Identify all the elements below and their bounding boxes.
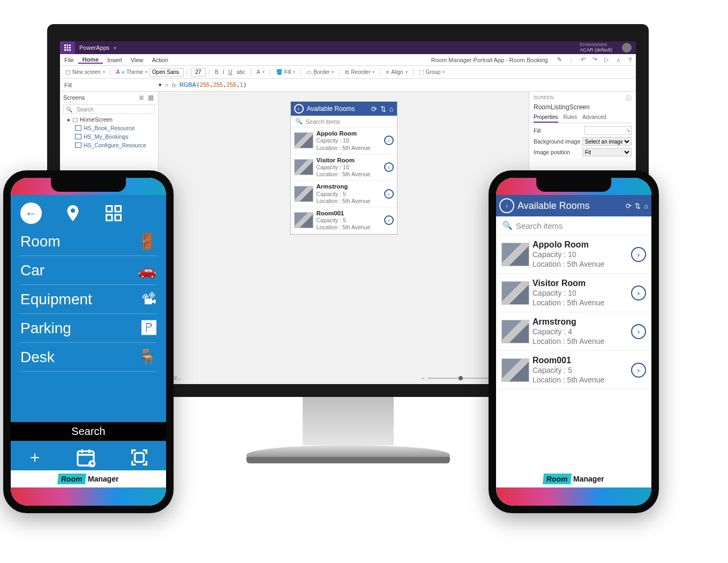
search-row[interactable]: 🔍Search items [496,216,651,235]
tree-root[interactable]: ▸ ▢ HomeScreen [60,115,158,124]
category-row[interactable]: Desk🪑 [20,343,156,372]
menu-file[interactable]: File [60,57,78,63]
theme-button[interactable]: Aa Theme▾ [114,69,149,75]
tree-item[interactable]: HS_Book_Resource [60,124,158,132]
fill-button[interactable]: 🪣 Fill▾ [274,69,298,75]
tree-item[interactable]: HS_Configure_Resource [60,141,158,149]
redo-icon[interactable]: ↷ [589,56,601,63]
formula-bar[interactable]: Fill ▾ = fx RGBA(255,255,255,1) [60,79,636,92]
environment-picker[interactable]: Environment ACAR (default) [574,41,618,54]
font-picker[interactable] [149,68,184,77]
bg-image-select[interactable]: Select an image... [582,137,632,146]
home-icon[interactable]: ⌂ [644,202,648,210]
img-pos-select[interactable]: Fit [582,148,632,156]
user-avatar[interactable] [622,43,632,52]
refresh-icon[interactable]: ⟳ [626,202,632,210]
info-icon[interactable]: ⓘ [626,95,632,102]
search-row[interactable]: 🔍Search items [291,116,397,127]
room-thumb [294,212,313,228]
back-button[interactable]: ← [20,202,42,224]
chevron-right-icon[interactable]: › [384,215,394,225]
add-icon[interactable]: ＋ [27,446,43,468]
chevron-right-icon[interactable]: › [384,162,394,172]
fill-picker[interactable] [584,126,632,135]
refresh-icon[interactable]: ⟳ [371,105,377,113]
group-button[interactable]: ⬚ Group▾ [417,69,447,75]
share-icon[interactable]: 𐊍 [612,57,624,63]
formula-text[interactable]: RGBA(255,255,255,1) [179,81,247,88]
room-list-item[interactable]: Room001Capacity : 5Location : 5th Avenue… [291,207,397,234]
align-button[interactable]: ≡ Align▾ [384,69,409,75]
chevron-right-icon[interactable]: › [631,363,646,378]
strike-button[interactable]: abc [235,69,247,75]
checker-icon[interactable]: ✎ [553,56,565,63]
bold-button[interactable]: B [213,69,221,75]
category-row[interactable]: Equipment📽 [20,285,156,314]
underline-button[interactable]: U [227,69,235,75]
scan-icon[interactable] [129,447,150,468]
undo-icon[interactable]: ↶ [577,56,589,63]
room-list-item[interactable]: Appolo RoomCapacity : 10Location : 5th A… [291,127,397,154]
menu-action[interactable]: Action [147,57,172,63]
sort-icon[interactable]: ⇅ [635,202,641,210]
room-list-item[interactable]: Appolo RoomCapacity : 10Location : 5th A… [496,235,651,274]
fontcolor-button[interactable]: A▾ [254,69,267,75]
category-row[interactable]: Car🚗 [20,256,156,285]
reorder-button[interactable]: ⧉ Reorder▾ [343,69,377,76]
room-name: Appolo Room [532,239,628,250]
menu-home[interactable]: Home [78,56,103,64]
home-icon[interactable]: ⌂ [389,105,394,113]
chevron-right-icon[interactable]: › [631,247,646,262]
room-list-item[interactable]: ArmstrongCapacity : 5Location : 5th Aven… [291,181,397,207]
tab-properties[interactable]: Properties [534,114,558,123]
canvas-app-preview[interactable]: ‹ Available Rooms ⟳ ⇅ ⌂ 🔍Search items Ap… [290,101,397,235]
room-list-item[interactable]: ArmstrongCapacity : 4Location : 5th Aven… [496,312,651,351]
property-selector[interactable]: Fill [60,82,159,88]
screens-view-icons[interactable]: ≣ ▦ [139,94,155,101]
monitor-base [246,457,450,463]
category-icon: 🪑 [138,348,156,366]
calendar-icon[interactable] [75,447,96,468]
category-row[interactable]: Parking🅿︎ [20,314,156,343]
back-icon[interactable]: ‹ [294,104,304,114]
category-label: Desk [20,349,55,366]
search-icon: 🔍 [64,107,74,112]
canvas-area[interactable]: ‹ Available Rooms ⟳ ⇅ ⌂ 🔍Search items Ap… [159,92,529,384]
svg-rect-8 [69,49,71,51]
tab-rules[interactable]: Rules [564,114,577,123]
search-button[interactable]: Search [11,422,166,441]
help-icon[interactable]: ? [624,57,636,63]
font-size[interactable] [191,68,206,77]
category-row[interactable]: Room🚪 [20,227,156,256]
room-capacity: Capacity : 5 [532,366,628,376]
chevron-right-icon[interactable]: › [384,189,394,199]
menu-insert[interactable]: Insert [103,57,126,63]
screens-tree: ▸ ▢ HomeScreen HS_Book_Resource HS_My_Bo… [60,115,158,149]
room-list-item[interactable]: Room001Capacity : 5Location : 5th Avenue… [496,351,651,389]
room-name: Room001 [317,209,381,217]
chevron-down-icon[interactable]: ▾ [114,45,116,51]
room-list-item[interactable]: Visitor RoomCapacity : 10Location : 5th … [291,154,397,181]
italic-button[interactable]: I [221,69,227,75]
play-icon[interactable]: ▷ [601,56,612,63]
tree-item[interactable]: HS_My_Bookings [60,132,158,141]
monitor-base [246,445,450,457]
chevron-right-icon[interactable]: › [631,324,646,339]
back-icon[interactable]: ‹ [499,198,514,213]
svg-rect-1 [67,44,69,46]
chevron-right-icon[interactable]: › [631,286,646,301]
screens-search[interactable]: 🔍Search [63,104,155,114]
grid-icon[interactable] [104,204,123,223]
border-button[interactable]: ▭ Border▾ [304,69,336,75]
chevron-right-icon[interactable]: › [384,136,394,145]
menu-view[interactable]: View [126,57,148,63]
tab-advanced[interactable]: Advanced [582,114,606,123]
app-launcher-icon[interactable] [60,41,75,54]
sort-icon[interactable]: ⇅ [380,105,386,113]
location-icon[interactable] [63,204,82,223]
room-name: Visitor Room [317,156,381,164]
room-list-item[interactable]: Visitor RoomCapacity : 10Location : 5th … [496,274,651,312]
env-label: Environment [580,42,612,48]
room-location: Location : 5th Avenue [532,260,628,269]
new-screen-button[interactable]: ▢ New screen▾ [63,69,107,75]
